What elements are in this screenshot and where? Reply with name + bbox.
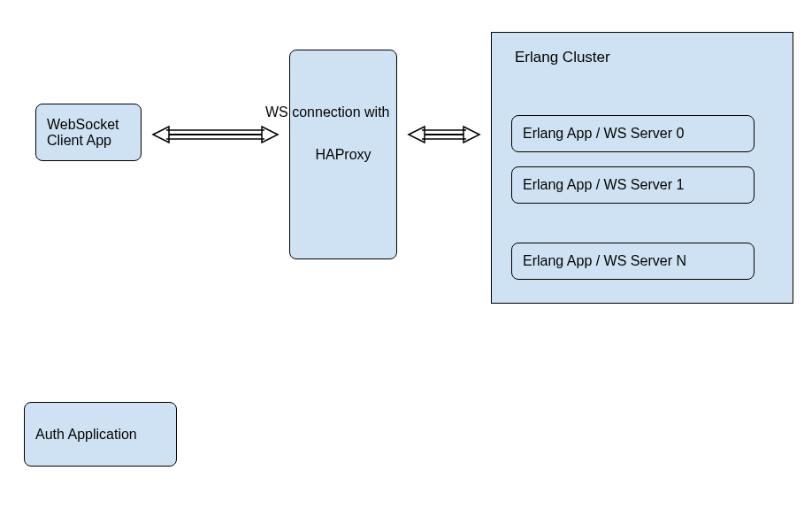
erlang-server-n: Erlang App / WS Server N: [511, 243, 755, 280]
erlang-server-0-label: Erlang App / WS Server 0: [523, 126, 684, 142]
erlang-server-1: Erlang App / WS Server 1: [511, 166, 755, 204]
erlang-server-n-label: Erlang App / WS Server N: [523, 253, 686, 269]
auth-app-node: Auth Application: [24, 402, 177, 467]
erlang-server-0: Erlang App / WS Server 0: [511, 115, 755, 152]
erlang-cluster-container: Erlang Cluster Erlang App / WS Server 0 …: [491, 32, 793, 304]
erlang-server-1-label: Erlang App / WS Server 1: [523, 177, 684, 193]
haproxy-label: HAProxy: [315, 147, 371, 163]
arrow-client-haproxy: [153, 127, 278, 143]
arrow-haproxy-cluster: [409, 127, 479, 143]
websocket-client-node: WebSocket Client App: [35, 104, 142, 161]
ws-connection-label: WS connection with: [265, 104, 390, 120]
websocket-client-label: WebSocket Client App: [47, 117, 130, 149]
haproxy-node: HAProxy: [289, 50, 397, 259]
auth-app-label: Auth Application: [35, 427, 137, 443]
erlang-cluster-title: Erlang Cluster: [515, 49, 610, 66]
